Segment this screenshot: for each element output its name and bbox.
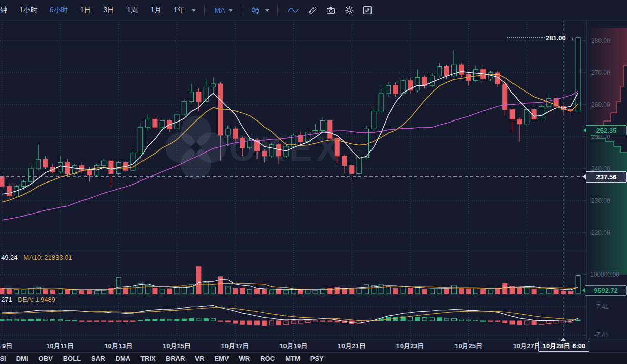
volume-bar [240,288,245,294]
indicator-dmi[interactable]: DMI [16,355,28,362]
timeframe-1d[interactable]: 1日 [80,6,92,15]
volume-bar [284,290,289,294]
indicator-psy[interactable]: PSY [310,355,324,362]
macd-pane-header: 271 DEA: 1.9489 [1,296,55,304]
indicator-emv[interactable]: EMV [214,355,229,362]
volume-bar [532,289,536,294]
candle-body [36,159,41,169]
timeframe-3d[interactable]: 3日 [103,6,115,15]
volume-bar [36,287,41,294]
chevron-down-icon[interactable] [265,9,269,12]
timeframe-1w[interactable]: 1周 [127,6,138,15]
candle-body [430,76,434,85]
x-axis-label: 9日 [2,342,12,351]
candle-body [321,121,325,131]
volume-bar [335,287,339,294]
volume-bar [408,288,412,294]
timeframe-1mo[interactable]: 1月 [150,6,161,15]
macd-bar [415,317,420,321]
candle-body [437,66,442,76]
candle-body [357,158,361,174]
volume-value: 49.24 [1,254,18,261]
volume-pane-header: 49.24 MA10: 21833.01 [1,254,72,261]
chart-canvas[interactable]: OKEX280.00270.00260.00250.00240.00230.00… [0,0,627,364]
volume-bar [116,278,121,294]
chevron-down-icon[interactable] [229,9,233,12]
candle-body [444,66,449,76]
volume-bar [269,290,274,294]
candle-body [102,161,106,165]
macd-bar [313,321,318,322]
ma-indicator-button[interactable]: MA [215,6,225,14]
macd-bar [189,318,194,321]
candle-body [7,187,11,196]
indicator-sar[interactable]: SAR [91,355,105,362]
indicator-trix[interactable]: TRIX [140,355,156,362]
macd-bar [495,321,500,322]
candle-body [233,129,238,138]
indicator-boll[interactable]: BOLL [63,355,81,362]
indicator-obv[interactable]: OBV [39,355,53,362]
macd-bar [481,321,486,321]
indicator-roc[interactable]: ROC [260,355,275,362]
volume-bar [364,285,369,294]
x-axis-label: 10月23日 [396,342,424,351]
macd-bar [36,319,41,321]
macd-bar [269,321,274,325]
timeframe-6h[interactable]: 6小时 [50,6,68,15]
measure-icon[interactable] [308,6,317,15]
candle-body [87,170,92,175]
volume-bar [94,290,99,294]
candle-body [510,109,515,119]
y-axis-tick: 230.00 [591,197,610,204]
toolbar-divider [277,6,278,14]
macd-bar [124,321,128,322]
candle-body [393,85,398,94]
macd-bar [153,319,157,321]
macd-bar [58,320,63,321]
macd-bar [14,320,19,321]
candle-body [539,106,544,119]
last-price-leader-line [507,37,545,38]
volume-bar [451,286,456,294]
crosshair-time-tag: 10月28日 6:00 [538,341,589,352]
indicator-vr[interactable]: VR [195,355,204,362]
indicator-selector-bar: RSI DMI OBV BOLL SAR DMA TRIX BRAR VR EM… [0,352,627,364]
indicator-wr[interactable]: WR [239,355,250,362]
line-chart-icon[interactable] [288,6,299,14]
indicator-mtm[interactable]: MTM [285,355,300,362]
fullscreen-icon[interactable] [363,6,372,15]
macd-bar [422,318,427,321]
y-axis-tick: 220.00 [591,229,610,236]
candle-body [109,161,113,173]
candlestick-style-icon[interactable] [251,6,260,15]
candle-body [313,130,318,132]
macd-bar [547,321,551,324]
volume-bar [65,290,70,294]
volume-bar [87,290,92,294]
candle-body [576,38,580,111]
chevron-down-icon[interactable] [192,9,196,12]
macd-bar [7,320,11,321]
indicator-rsi[interactable]: RSI [0,355,6,362]
macd-bar [0,319,4,321]
x-axis-label: 10月27日 [513,342,541,351]
timeframe-1h[interactable]: 1小时 [19,6,38,15]
macd-bar [451,318,456,321]
volume-bar [247,290,252,294]
timeframe-minutes[interactable]: 分钟 [0,6,7,15]
camera-icon[interactable] [326,6,335,15]
okex-watermark: OKEX [165,116,344,179]
toolbar-divider [204,6,205,14]
macd-bar [218,321,223,321]
volume-bar [547,288,551,294]
macd-bar [131,321,135,321]
volume-bar [517,287,522,294]
volume-bar [196,267,201,294]
macd-bar [102,321,106,321]
timeframe-1y[interactable]: 1年 [174,6,185,15]
settings-gear-icon[interactable] [345,6,354,15]
indicator-dma[interactable]: DMA [116,355,131,362]
volume-bar [401,287,405,294]
indicator-brar[interactable]: BRAR [166,355,185,362]
